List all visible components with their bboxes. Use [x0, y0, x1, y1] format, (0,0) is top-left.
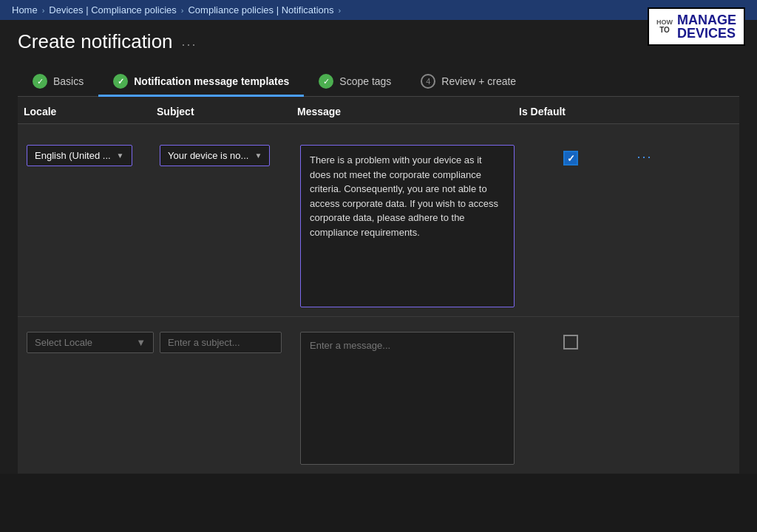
- tab-check-scope: ✓: [319, 74, 333, 89]
- main-content: Locale Subject Message Is Default Englis…: [0, 97, 757, 474]
- col-header-isdefault: Is Default: [519, 106, 622, 117]
- new-subject-input[interactable]: [160, 332, 282, 353]
- locale-value: English (United ...: [35, 150, 111, 161]
- breadcrumb-compliance[interactable]: Devices | Compliance policies: [49, 4, 176, 16]
- col-header-actions: [622, 106, 667, 117]
- col-header-subject: Subject: [157, 106, 297, 117]
- breadcrumb-home[interactable]: Home: [12, 4, 38, 16]
- tab-templates-label: Notification message templates: [134, 75, 289, 87]
- tab-check-basics: ✓: [33, 74, 47, 89]
- row-isdefault-cell: [519, 136, 622, 168]
- new-locale-dropdown[interactable]: Select Locale ▼: [27, 332, 154, 353]
- breadcrumb-bar: Home › Devices | Compliance policies › C…: [0, 0, 757, 20]
- row-subject-cell: Your device is no... ▼: [157, 136, 297, 169]
- locale-chevron-icon: ▼: [117, 151, 124, 160]
- message-content: There is a problem with your device as i…: [300, 145, 515, 307]
- title-options-button[interactable]: ...: [182, 34, 197, 50]
- logo-devices: DEVICES: [677, 27, 736, 40]
- logo-manage: MANAGE: [677, 13, 736, 27]
- header-area: Create notification ... ✓ Basics ✓ Notif…: [0, 20, 757, 97]
- col-header-message: Message: [297, 106, 519, 117]
- tabs-row: ✓ Basics ✓ Notification message template…: [18, 66, 739, 97]
- table-row: English (United ... ▼ Your device is no.…: [18, 124, 739, 317]
- breadcrumb-notifications[interactable]: Compliance policies | Notifications: [188, 4, 333, 16]
- row-message-cell: There is a problem with your device as i…: [297, 136, 519, 310]
- new-locale-cell: Select Locale ▼: [24, 329, 157, 356]
- new-locale-chevron-icon: ▼: [136, 337, 146, 348]
- new-message-cell: Enter a message...: [297, 329, 519, 468]
- page-title: Create notification: [18, 30, 173, 53]
- new-isdefault-cell: [519, 329, 622, 352]
- subject-dropdown[interactable]: Your device is no... ▼: [160, 145, 270, 166]
- logo: HOW TO MANAGE DEVICES: [648, 7, 745, 46]
- tab-review-label: Review + create: [441, 75, 516, 87]
- tab-num-review: 4: [421, 74, 435, 89]
- table-row-new: Select Locale ▼ Enter a message...: [18, 317, 739, 474]
- logo-how: HOW: [656, 19, 673, 27]
- tab-check-templates: ✓: [113, 74, 128, 89]
- chevron-icon-3: ›: [339, 6, 342, 15]
- tab-scope-label: Scope tags: [339, 75, 391, 87]
- subject-chevron-icon: ▼: [254, 151, 262, 160]
- tab-review-create[interactable]: 4 Review + create: [406, 66, 531, 96]
- tab-basics[interactable]: ✓ Basics: [18, 66, 98, 96]
- new-message-placeholder-text: Enter a message...: [310, 340, 390, 351]
- col-header-locale: Locale: [24, 106, 157, 117]
- tab-scope-tags[interactable]: ✓ Scope tags: [304, 66, 406, 96]
- locale-dropdown[interactable]: English (United ... ▼: [27, 145, 132, 166]
- tab-basics-label: Basics: [53, 75, 84, 87]
- new-locale-placeholder: Select Locale: [35, 337, 92, 348]
- tab-notification-templates[interactable]: ✓ Notification message templates: [98, 66, 304, 96]
- logo-to: TO: [659, 26, 670, 34]
- page-title-row: Create notification ...: [18, 30, 739, 53]
- isdefault-checkbox[interactable]: [563, 151, 578, 166]
- row-actions-cell: ···: [622, 136, 667, 171]
- chevron-icon: ›: [42, 6, 45, 15]
- row-more-options-button[interactable]: ···: [631, 146, 658, 168]
- new-isdefault-checkbox[interactable]: [563, 335, 578, 349]
- table-header: Locale Subject Message Is Default: [18, 97, 739, 124]
- new-actions-cell: [622, 329, 667, 335]
- new-message-textarea[interactable]: Enter a message...: [300, 332, 515, 465]
- new-subject-cell: [157, 329, 297, 356]
- row-locale-cell: English (United ... ▼: [24, 136, 157, 169]
- subject-value: Your device is no...: [168, 150, 248, 161]
- chevron-icon-2: ›: [181, 6, 184, 15]
- table-body: English (United ... ▼ Your device is no.…: [18, 124, 739, 474]
